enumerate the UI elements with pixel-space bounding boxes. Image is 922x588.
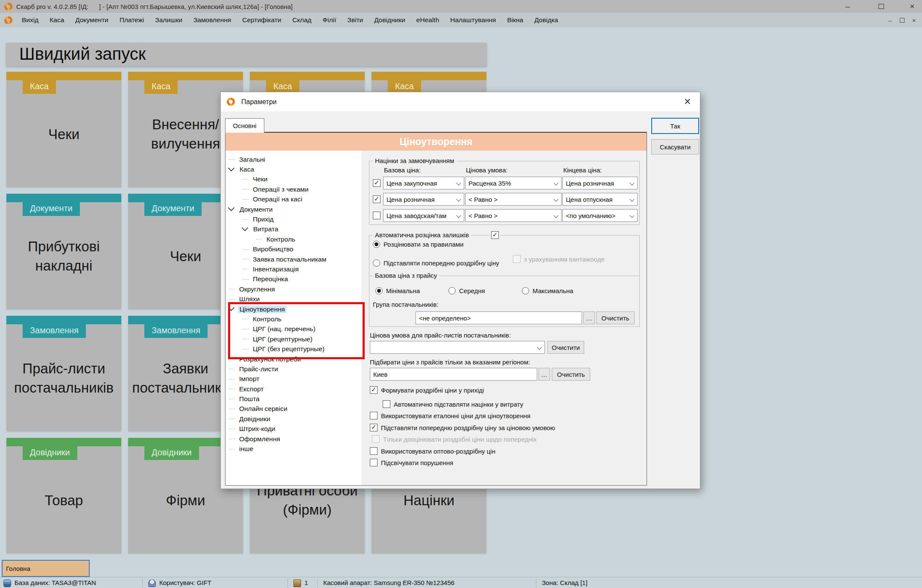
tree-item[interactable]: Документи — [225, 204, 361, 214]
tree-item[interactable]: Контроль — [225, 314, 361, 324]
checkbox-icon[interactable] — [370, 459, 378, 466]
quick-launch-tile[interactable]: ДокументиПрибуткові накладні — [6, 194, 121, 309]
tree-item[interactable]: Витрата — [225, 224, 361, 234]
tree-item[interactable]: ЦРГ (нац. перечень) — [225, 324, 361, 334]
minimize-button[interactable]: – — [838, 0, 858, 13]
supplier-browse-button[interactable]: … — [583, 311, 595, 324]
supplier-group-field[interactable]: <не определено> — [416, 311, 582, 324]
mdi-restore-button[interactable] — [897, 15, 907, 25]
region-browse-button[interactable]: … — [539, 368, 550, 381]
menu-item[interactable]: Налаштування — [445, 13, 501, 27]
tree-item[interactable]: Каса — [225, 164, 361, 174]
option-checkbox-row[interactable]: Використовувати еталонні ціни для ціноут… — [370, 412, 530, 419]
menu-item[interactable]: Каса — [44, 13, 70, 27]
menu-item[interactable]: Довідники — [369, 13, 411, 27]
checkbox-icon[interactable] — [370, 424, 378, 431]
radio-option[interactable]: Середня — [448, 287, 485, 294]
markup-combo-base[interactable]: Цена розничная — [383, 193, 464, 206]
option-checkbox-row[interactable]: Формувати роздрібні ціни у прихіді — [370, 386, 484, 394]
checkbox-icon[interactable] — [383, 400, 390, 408]
menu-item[interactable]: Довідка — [529, 13, 564, 27]
auto-pricing-checkbox[interactable] — [491, 231, 499, 239]
markup-combo-base[interactable]: Цена заводская/там — [383, 209, 464, 222]
tab-home[interactable]: Головна — [2, 560, 90, 577]
price-condition-combo[interactable] — [370, 341, 545, 354]
tree-item[interactable]: Прихід — [225, 214, 361, 224]
tree-item[interactable]: Пошта — [225, 394, 361, 404]
menu-item[interactable]: Склад — [287, 13, 317, 27]
menu-item[interactable]: Філії — [317, 13, 342, 27]
tree-item[interactable]: Довідники — [225, 414, 361, 424]
tree-item[interactable]: Загальні — [225, 154, 361, 164]
tree-item[interactable]: Операції з чеками — [225, 184, 361, 194]
price-condition-clear-button[interactable]: Очистити — [547, 341, 584, 354]
option-checkbox-row[interactable]: Підсвічувати порушення — [370, 459, 453, 466]
tree-item[interactable]: Округлення — [225, 284, 361, 294]
close-button[interactable]: × — [902, 0, 922, 13]
cancel-button[interactable]: Скасувати — [651, 139, 699, 154]
ok-button[interactable]: Так — [651, 118, 699, 134]
quick-launch-tile[interactable]: ДовідникиТовар — [6, 438, 121, 553]
region-clear-button[interactable]: Очистить — [552, 368, 590, 381]
dialog-title-bar[interactable]: Параметри × — [221, 92, 700, 111]
tree-item[interactable]: інше — [225, 444, 361, 454]
tree-item[interactable]: Операції на касі — [225, 195, 361, 204]
menu-item[interactable]: Замовлення — [188, 13, 237, 27]
markup-row-checkbox[interactable] — [373, 212, 381, 219]
dialog-close-button[interactable]: × — [680, 94, 695, 109]
menu-item[interactable]: Звіти — [342, 13, 369, 27]
markup-combo-condition[interactable]: < Равно > — [465, 193, 562, 206]
option-checkbox-row[interactable]: Автоматично підставляти націнки у витрат… — [383, 400, 523, 408]
tree-item[interactable]: Експорт — [225, 384, 361, 394]
markup-row-checkbox[interactable] — [373, 195, 381, 203]
quick-launch-tile[interactable]: ЗамовленняПрайс-листи постачальників — [6, 316, 121, 431]
region-field[interactable]: Киев — [370, 368, 537, 381]
tree-item[interactable]: Виробництво — [225, 245, 361, 254]
option-checkbox-row[interactable]: Підставляти попередню роздрібну ціну за … — [370, 424, 555, 431]
supplier-clear-button[interactable]: Очистить — [596, 311, 635, 324]
tree-item[interactable]: Штрих-коди — [225, 424, 361, 434]
menu-item[interactable]: Залишки — [149, 13, 188, 27]
checkbox-icon[interactable] — [370, 386, 378, 394]
tree-item[interactable]: Чеки — [225, 175, 361, 184]
tree-item[interactable]: Переоцінка — [225, 274, 361, 284]
tree-item[interactable]: Ціноутворення — [225, 304, 361, 314]
markup-combo-condition[interactable]: Расценка 35% — [465, 177, 562, 189]
tree-item[interactable]: Заявка постачальникам — [225, 254, 361, 264]
tree-item[interactable]: Онлайн сервіси — [225, 404, 361, 414]
markup-combo-final[interactable]: Цена розничная — [562, 177, 638, 189]
radio-option[interactable]: Максимальна — [522, 287, 573, 294]
cargo-checkbox[interactable] — [513, 255, 521, 263]
tree-item[interactable]: Інвентаризація — [225, 264, 361, 274]
markup-combo-final[interactable]: <по умолчанию> — [562, 209, 638, 222]
option-checkbox-row[interactable]: Використовувати оптово-роздрібну цін — [370, 447, 495, 455]
markup-row-checkbox[interactable] — [373, 179, 381, 187]
radio-option[interactable]: Підставляти попередню роздрібну ціну — [373, 259, 499, 267]
tree-item[interactable]: ЦРГ (без рецептурные) — [225, 344, 361, 354]
menu-item[interactable]: Сертифікати — [237, 13, 287, 27]
quick-launch-tile[interactable]: КасаЧеки — [6, 72, 121, 187]
menu-item[interactable]: Вихід — [16, 13, 44, 27]
tree-item[interactable]: Контроль — [225, 234, 361, 244]
menu-item[interactable]: Платежі — [114, 13, 150, 27]
radio-option[interactable]: Розцінювати за правилами — [373, 241, 463, 248]
tree-item[interactable]: Імпорт — [225, 374, 361, 384]
tab-main[interactable]: Основні — [225, 118, 264, 133]
markup-combo-base[interactable]: Цена закупочная — [383, 177, 464, 189]
option-checkbox-row[interactable]: Тільки дооцінювати роздрібні ціни щодо п… — [372, 435, 537, 443]
mdi-minimize-button[interactable]: – — [885, 15, 896, 25]
radio-option[interactable]: Мінімальна — [375, 287, 420, 294]
tree-item[interactable]: Оформлення — [225, 434, 361, 444]
menu-item[interactable]: Документи — [70, 13, 114, 27]
menu-item[interactable]: Вікна — [501, 13, 529, 27]
checkbox-icon[interactable] — [370, 412, 378, 419]
maximize-button[interactable] — [871, 0, 891, 13]
checkbox-icon[interactable] — [370, 447, 378, 455]
menu-item[interactable]: eHealth — [411, 13, 445, 27]
tree-item[interactable]: ЦРГ (рецептурные) — [225, 334, 361, 344]
tree-item[interactable]: Прайс-листи — [225, 364, 361, 374]
tree-item[interactable]: Розрахунок потреби — [225, 354, 361, 364]
checkbox-icon[interactable] — [372, 435, 380, 443]
tree-item[interactable]: Шляхи — [225, 294, 361, 304]
markup-combo-condition[interactable]: < Равно > — [465, 209, 562, 222]
